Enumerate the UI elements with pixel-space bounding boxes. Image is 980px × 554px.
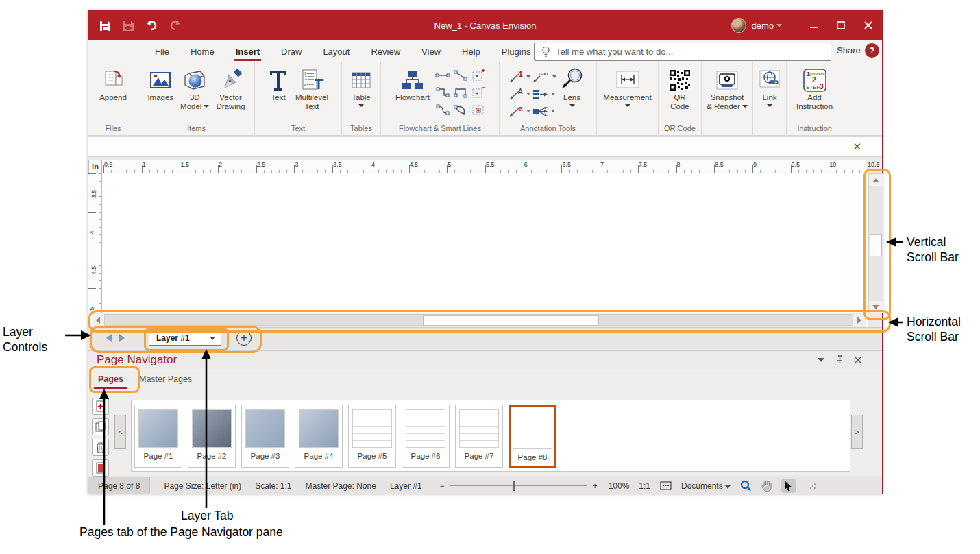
zoom-in-button[interactable]: + [593, 481, 598, 491]
smart-select-remove-icon[interactable] [471, 86, 485, 101]
fan-out-callout-button[interactable] [532, 105, 555, 117]
page-thumbnail-7[interactable]: Page #7 [455, 405, 503, 468]
tab-layout[interactable]: Layout [321, 42, 351, 61]
tab-view[interactable]: View [420, 42, 442, 61]
qr-code-button[interactable]: QRCode [666, 66, 694, 112]
scroll-left-button[interactable] [92, 314, 104, 326]
images-button[interactable]: Images [145, 66, 176, 104]
user-avatar[interactable] [731, 18, 746, 33]
zoom-tool-icon[interactable] [740, 480, 752, 492]
tab-review[interactable]: Review [369, 42, 402, 61]
smart-line-straight-icon[interactable] [435, 71, 450, 83]
horizontal-ruler[interactable]: 0.511.522.533.544.555.566.577.588.599.51… [102, 160, 866, 173]
scroll-up-button[interactable] [869, 174, 883, 186]
vertical-scrollbar[interactable] [868, 173, 883, 313]
add-layer-button[interactable]: + [236, 330, 252, 346]
number-callout-button[interactable]: 1 [509, 71, 530, 83]
tab-file[interactable]: File [154, 42, 171, 61]
tab-master-pages[interactable]: Master Pages [135, 372, 196, 387]
pin-icon[interactable] [835, 355, 844, 364]
sequence-callout-button[interactable] [532, 88, 555, 100]
page-thumbnail-2[interactable]: Page #2 [188, 405, 236, 468]
user-name[interactable]: demo [751, 21, 774, 31]
smart-line-diagonal-icon[interactable] [453, 70, 468, 84]
resize-grip-icon[interactable] [809, 483, 816, 490]
tell-me-search[interactable]: Tell me what you want to do... [534, 43, 831, 61]
delete-page-button[interactable] [92, 439, 109, 456]
next-layer-button[interactable] [119, 334, 125, 342]
pan-hand-icon[interactable] [761, 480, 772, 492]
zoom-slider-track[interactable] [450, 485, 587, 486]
page-thumbnail-5[interactable]: Page #5 [348, 405, 396, 468]
zoom-slider[interactable]: − + [440, 481, 598, 491]
scroll-down-button[interactable] [869, 301, 883, 313]
zoom-out-button[interactable]: − [440, 481, 445, 491]
lens-button[interactable]: Lens [556, 66, 588, 108]
minimize-button[interactable] [800, 11, 827, 40]
page-properties-button[interactable] [92, 459, 109, 477]
table-button[interactable]: Table [347, 66, 375, 108]
text-callout-button[interactable]: TEXT [532, 71, 556, 83]
redo-icon[interactable] [168, 19, 182, 32]
letter-callout-button[interactable]: A [509, 88, 530, 100]
page-thumbnail-4[interactable]: Page #4 [295, 405, 343, 468]
pane-close-icon[interactable] [855, 357, 861, 363]
layer-dropdown[interactable]: Layer #1 [149, 330, 221, 346]
tab-draw[interactable]: Draw [280, 42, 303, 61]
previous-layer-button[interactable] [106, 334, 112, 342]
tab-home[interactable]: Home [189, 42, 216, 61]
smart-select-add-icon[interactable] [471, 69, 485, 84]
multilevel-text-button[interactable]: 1a MultilevelText [293, 66, 331, 112]
duplicate-page-button[interactable] [92, 418, 109, 435]
link-button[interactable]: Link [756, 66, 783, 108]
zoom-percent[interactable]: 100% [609, 481, 630, 491]
select-tool-button[interactable] [781, 479, 796, 493]
page-thumbnail-6[interactable]: Page #6 [402, 405, 450, 468]
scroll-right-button[interactable] [853, 314, 866, 326]
document-canvas[interactable] [102, 173, 868, 313]
view-mode-select[interactable]: Documents [681, 481, 731, 491]
lowercase-callout-button[interactable]: a [509, 105, 530, 117]
smart-line-square-icon[interactable] [453, 87, 468, 101]
pane-menu-caret-icon[interactable] [818, 358, 824, 362]
horizontal-scroll-thumb[interactable] [423, 315, 599, 326]
zoom-slider-thumb[interactable] [513, 481, 515, 491]
tab-plugins[interactable]: Plugins [500, 42, 532, 61]
insert-page-button[interactable] [92, 398, 109, 415]
fit-page-icon[interactable] [660, 481, 672, 490]
pages-scroll-right-button[interactable]: > [851, 415, 863, 449]
tab-insert[interactable]: Insert [234, 42, 261, 61]
horizontal-scroll-track[interactable] [104, 314, 853, 326]
smart-line-elbow-icon[interactable] [435, 87, 450, 101]
user-menu-caret-icon[interactable] [776, 24, 782, 27]
save-icon[interactable] [98, 19, 112, 32]
append-button[interactable]: Append [97, 66, 130, 104]
flowchart-button[interactable]: Flowchart [393, 66, 432, 104]
text-button[interactable]: Text [265, 66, 291, 104]
actual-size-button[interactable]: 1:1 [639, 481, 650, 491]
horizontal-scrollbar[interactable] [88, 314, 868, 326]
vector-drawing-button[interactable]: VectorDrawing [213, 66, 247, 112]
page-thumbnail-8[interactable]: Page #8 [509, 405, 556, 468]
maximize-button[interactable] [827, 11, 855, 40]
undo-icon[interactable] [145, 19, 158, 32]
measurement-button[interactable]: Measurement [600, 66, 654, 108]
page-thumbnail-1[interactable]: Page #1 [134, 405, 182, 468]
save-as-icon[interactable] [121, 19, 135, 32]
smart-anchor-icon[interactable] [471, 104, 485, 119]
smart-line-curve-icon[interactable] [435, 104, 450, 118]
page-thumbnail-3[interactable]: Page #3 [241, 405, 289, 468]
tab-help[interactable]: Help [461, 42, 482, 61]
tab-pages[interactable]: Pages [94, 372, 127, 389]
pages-scroll-left-button[interactable]: < [114, 415, 126, 449]
close-button[interactable] [855, 11, 882, 40]
add-instruction-button[interactable]: 1Process2STEP3 AddInstruction [794, 66, 835, 112]
smart-line-arc-icon[interactable] [453, 104, 468, 118]
property-bar-close-icon[interactable]: ✕ [853, 141, 861, 152]
vertical-scroll-thumb[interactable] [870, 234, 882, 256]
ruler-unit-box[interactable]: in [88, 160, 102, 173]
snapshot-render-button[interactable]: Snapshot& Render [704, 66, 750, 112]
vertical-ruler[interactable]: 3.544.55 [88, 173, 102, 313]
help-button[interactable]: ? [865, 43, 879, 58]
share-button[interactable]: Share [837, 45, 861, 56]
